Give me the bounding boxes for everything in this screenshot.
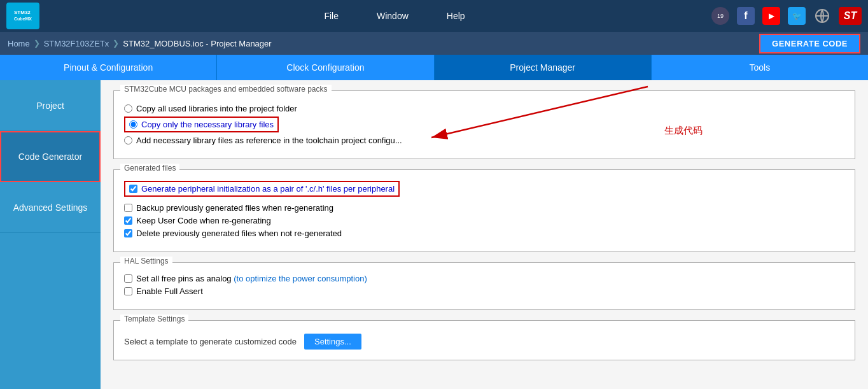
menu-items: File Window Help [78, 11, 711, 21]
checkbox3-label: Keep User Code when re-generating [136, 216, 271, 225]
tab-tools[interactable]: Tools [652, 55, 868, 80]
hal-section: HAL Settings Set all free pins as analog… [113, 262, 855, 310]
breadcrumb: Home ❯ STM32F103ZETx ❯ STM32_MODBUS.ioc … [0, 32, 868, 55]
social-icons: 19 f ▶ 🐦 ST [711, 7, 862, 25]
logo-area: STM32CubeMX [6, 3, 39, 29]
checkbox1-label: Generate peripheral initialization as a … [141, 184, 395, 194]
radio-option2[interactable] [129, 120, 137, 129]
hal-checkbox2-label: Enable Full Assert [136, 286, 203, 296]
generated-files-title: Generated files [120, 164, 179, 173]
radio-option1-row: Copy all used libraries into the project… [124, 104, 844, 113]
highlighted-option2: Copy only the necessary library files [124, 117, 279, 132]
file-menu[interactable]: File [324, 11, 339, 21]
checkbox3-row: Keep User Code when re-generating [124, 216, 844, 225]
radio-option3[interactable] [124, 136, 132, 145]
facebook-icon[interactable]: f [737, 7, 755, 25]
template-row: Select a template to generate customized… [124, 334, 844, 350]
youtube-icon[interactable]: ▶ [762, 7, 780, 25]
mcu-section: STM32Cube MCU packages and embedded soft… [113, 90, 855, 159]
radio-option1[interactable] [124, 104, 132, 113]
hal-checkbox1-link: (to optimize the power consumption) [234, 274, 367, 283]
hal-checkbox2-row: Enable Full Assert [124, 286, 844, 296]
radio-option3-row: Add necessary library files as reference… [124, 136, 844, 145]
logo: STM32CubeMX [6, 3, 39, 29]
generated-files-section: Generated files Generate peripheral init… [113, 169, 855, 252]
radio-group-mcu: Copy all used libraries into the project… [124, 104, 844, 145]
radio-option2-row: Copy only the necessary library files [124, 117, 844, 132]
radio-option1-label: Copy all used libraries into the project… [136, 104, 297, 113]
template-label: Select a template to generate customized… [124, 337, 297, 346]
breadcrumb-current: STM32_MODBUS.ioc - Project Manager [123, 39, 271, 48]
breadcrumb-home[interactable]: Home [8, 39, 30, 48]
breadcrumb-device[interactable]: STM32F103ZETx [44, 39, 109, 48]
sidebar-item-code-generator[interactable]: Code Generator [0, 131, 101, 182]
network-icon[interactable] [813, 7, 831, 25]
breadcrumb-sep2: ❯ [113, 39, 119, 48]
sidebar-item-project[interactable]: Project [0, 80, 101, 131]
version-icon: 19 [711, 7, 729, 25]
checkbox-peripheral-init[interactable] [129, 185, 137, 193]
hal-section-title: HAL Settings [120, 257, 172, 265]
sidebar-item-advanced-settings[interactable]: Advanced Settings [0, 182, 101, 233]
tab-bar: Pinout & Configuration Clock Configurati… [0, 55, 868, 80]
template-section: Template Settings Select a template to g… [113, 320, 855, 360]
checkbox4-label: Delete previously generated files when n… [136, 229, 342, 238]
checkbox1-highlighted: Generate peripheral initialization as a … [124, 181, 400, 197]
checkbox4-row: Delete previously generated files when n… [124, 229, 844, 238]
hal-checkbox-full-assert[interactable] [124, 287, 132, 295]
settings-button[interactable]: Settings... [304, 334, 361, 350]
checkbox-backup[interactable] [124, 204, 132, 212]
breadcrumb-sep1: ❯ [34, 39, 40, 48]
radio-option2-label: Copy only the necessary library files [141, 120, 274, 129]
template-section-title: Template Settings [120, 315, 188, 323]
sidebar: Project Code Generator Advanced Settings [0, 80, 101, 389]
tab-clock[interactable]: Clock Configuration [217, 55, 434, 80]
checkbox2-row: Backup previously generated files when r… [124, 203, 844, 213]
logo-text: STM32CubeMX [14, 10, 32, 22]
generate-code-button[interactable]: GENERATE CODE [759, 34, 860, 53]
help-menu[interactable]: Help [447, 11, 465, 21]
tab-project-manager[interactable]: Project Manager [435, 55, 652, 80]
hal-checkbox-free-pins[interactable] [124, 274, 132, 283]
hal-checkbox1-row: Set all free pins as analog (to optimize… [124, 274, 844, 283]
mcu-section-title: STM32Cube MCU packages and embedded soft… [120, 85, 332, 94]
twitter-icon[interactable]: 🐦 [788, 7, 806, 25]
tab-pinout[interactable]: Pinout & Configuration [0, 55, 217, 80]
hal-checkbox1-label: Set all free pins as analog (to optimize… [136, 274, 367, 283]
window-menu[interactable]: Window [377, 11, 409, 21]
main-layout: Project Code Generator Advanced Settings… [0, 80, 868, 389]
checkbox-keep-user-code[interactable] [124, 216, 132, 225]
radio-option3-label: Add necessary library files as reference… [136, 136, 402, 145]
checkbox-delete-generated[interactable] [124, 229, 132, 237]
menu-bar: STM32CubeMX File Window Help 19 f ▶ 🐦 ST [0, 0, 868, 32]
content-area: STM32Cube MCU packages and embedded soft… [101, 80, 868, 389]
checkbox2-label: Backup previously generated files when r… [136, 203, 333, 213]
st-logo: ST [839, 7, 862, 25]
